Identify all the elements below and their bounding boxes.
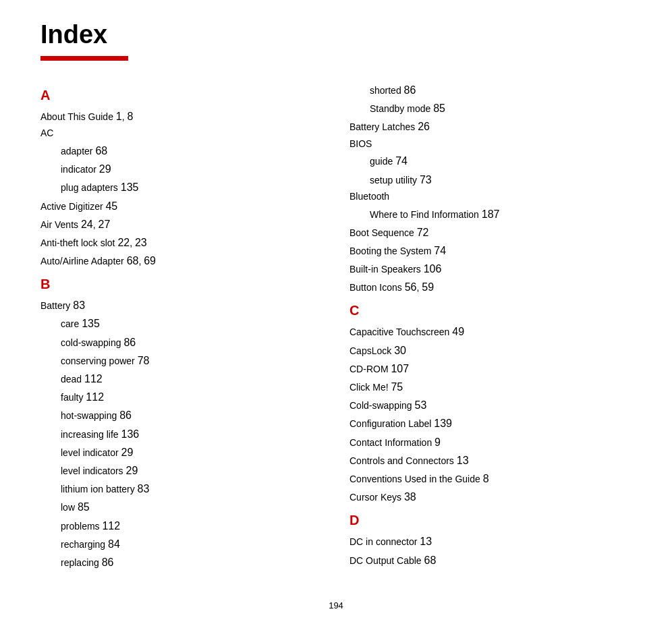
index-item: care 135 [40,314,323,333]
index-item: Click Me! 75 [349,378,632,396]
index-item: adapter 68 [40,142,323,160]
index-item: setup utility 73 [349,171,632,189]
index-item: Boot Sequence 72 [349,223,632,242]
index-item: level indicators 29 [40,461,323,480]
index-item: Controls and Connectors 13 [349,451,632,470]
footer-page-number: 194 [329,600,343,611]
index-item: Built-in Speakers 106 [349,260,632,278]
section-letter-d: D [349,513,632,528]
index-item: BIOS [349,136,632,152]
index-item: cold-swapping 86 [40,333,323,351]
section-letter-b: B [40,277,323,292]
index-item: guide 74 [349,152,632,170]
index-item: replacing 86 [40,553,323,571]
index-item: Cursor Keys 38 [349,488,632,506]
index-entry-group: Capacitive Touchscreen 49CapsLock 30CD-R… [349,322,632,506]
index-item: hot-swapping 86 [40,406,323,424]
index-item: dead 112 [40,370,323,388]
section-letter-c: C [349,303,632,318]
index-two-col: AAbout This Guide 1, 8ACadapter 68indica… [40,81,632,571]
index-entry-group: About This Guide 1, 8ACadapter 68indicat… [40,107,323,270]
index-item: increasing life 136 [40,425,323,443]
index-item: DC in connector 13 [349,532,632,550]
index-entry-group: DC in connector 13DC Output Cable 68 [349,532,632,569]
index-item: Active Digitizer 45 [40,197,323,215]
page-title: Index [40,20,632,49]
index-item: Where to Find Information 187 [349,205,632,223]
index-item: lithium ion battery 83 [40,480,323,498]
index-item: faulty 112 [40,388,323,406]
section-letter-a: A [40,88,323,103]
index-item: Contact Information 9 [349,433,632,451]
index-entry-group: Battery 83care 135cold-swapping 86conser… [40,296,323,571]
index-item: shorted 86 [349,81,632,99]
index-item: conserving power 78 [40,351,323,370]
index-item: Battery Latches 26 [349,117,632,136]
index-item: indicator 29 [40,160,323,178]
index-item: Button Icons 56, 59 [349,278,632,296]
index-item: plug adapters 135 [40,178,323,196]
left-column: AAbout This Guide 1, 8ACadapter 68indica… [40,81,323,571]
page-container: Index AAbout This Guide 1, 8ACadapter 68… [0,0,672,624]
index-item: Air Vents 24, 27 [40,215,323,233]
index-entry-group: shorted 86Standby mode 85Battery Latches… [349,81,632,296]
index-item: CD-ROM 107 [349,360,632,378]
index-item: Capacitive Touchscreen 49 [349,322,632,341]
index-item: Cold-swapping 53 [349,396,632,414]
index-item: Booting the System 74 [349,242,632,260]
index-item: About This Guide 1, 8 [40,107,323,125]
index-item: recharging 84 [40,535,323,553]
index-item: Anti-theft lock slot 22, 23 [40,233,323,252]
index-item: problems 112 [40,517,323,535]
index-item: level indicator 29 [40,443,323,461]
index-item: CapsLock 30 [349,341,632,360]
index-item: Bluetooth [349,189,632,205]
index-item: Configuration Label 139 [349,414,632,432]
right-column: shorted 86Standby mode 85Battery Latches… [349,81,632,571]
index-item: Standby mode 85 [349,99,632,117]
index-item: Battery 83 [40,296,323,314]
index-item: AC [40,125,323,142]
red-bar-decoration [40,56,128,61]
index-item: Conventions Used in the Guide 8 [349,470,632,488]
index-item: Auto/Airline Adapter 68, 69 [40,252,323,270]
index-item: DC Output Cable 68 [349,551,632,569]
index-item: low 85 [40,498,323,516]
